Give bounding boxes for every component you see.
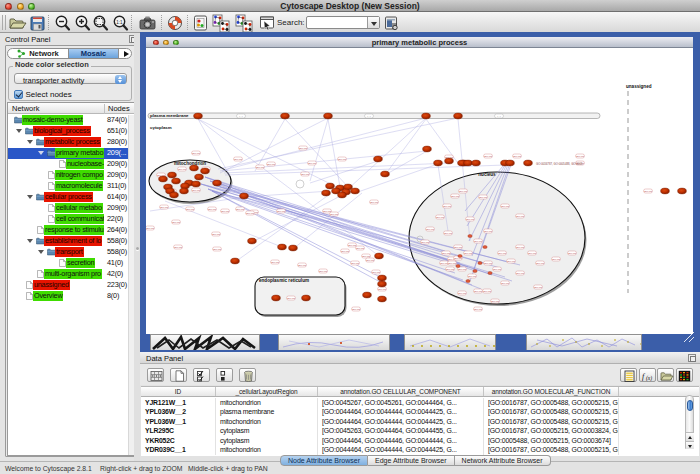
window-resize-grip-icon[interactable]: [681, 331, 695, 343]
network-node[interactable]: [195, 174, 204, 180]
snapshot-camera-icon[interactable]: [138, 14, 157, 32]
network-node[interactable]: [678, 188, 687, 194]
tab-mosaic[interactable]: Mosaic: [68, 49, 119, 58]
search-dropdown-arrow[interactable]: [367, 17, 379, 28]
tree-row[interactable]: transport558(0): [8, 247, 134, 258]
network-node[interactable]: [194, 113, 203, 119]
column-header[interactable]: annotation.GO CELLULAR_COMPONENT: [318, 387, 484, 396]
table-row[interactable]: YPL036W__2plasma membrane[GO:0044464, GO…: [141, 407, 699, 417]
dropdown-stepper-icon[interactable]: [115, 75, 126, 84]
column-header[interactable]: annotation.GO MOLECULAR_FUNCTION: [484, 387, 619, 396]
tree-row[interactable]: response to stimulu264(0): [8, 225, 134, 236]
column-pair-icon[interactable]: [216, 368, 233, 382]
select-attributes-icon[interactable]: [193, 368, 210, 382]
tab-node-attribute-browser[interactable]: Node Attribute Browser: [280, 455, 368, 466]
expand-triangle-icon[interactable]: [27, 239, 33, 243]
network-window[interactable]: primary metabolic process plasma membran…: [146, 37, 693, 334]
network-node[interactable]: [159, 176, 168, 182]
open-folder-icon[interactable]: [8, 14, 27, 32]
network-node[interactable]: [272, 295, 281, 301]
network-node[interactable]: [423, 146, 432, 152]
annotate-icon[interactable]: [259, 14, 275, 32]
zoom-fit-icon[interactable]: [92, 14, 109, 32]
clipboard-list-icon[interactable]: [620, 368, 637, 382]
node-color-dropdown[interactable]: transporter activity: [14, 73, 127, 84]
zoom-actual-icon[interactable]: 1:1: [112, 14, 129, 32]
zoom-in-icon[interactable]: [74, 14, 91, 32]
compartment-nucleus[interactable]: [409, 172, 585, 304]
tree-row[interactable]: cellular metabo209(0): [8, 203, 134, 214]
tree-row[interactable]: metabolic process280(0): [8, 137, 134, 148]
network-node[interactable]: [172, 178, 181, 184]
network-node[interactable]: [168, 172, 177, 178]
tree-row[interactable]: primary metabo209(...: [8, 148, 134, 159]
column-header[interactable]: _cellularLayoutRegion: [216, 387, 318, 396]
network-node[interactable]: [170, 192, 179, 198]
network-canvas[interactable]: plasma membranecytoplasmmitochondrionnuc…: [146, 48, 693, 334]
expand-triangle-icon[interactable]: [38, 250, 44, 254]
data-panel-float-icon[interactable]: [688, 354, 696, 362]
tree-row[interactable]: Overview8(0): [8, 291, 134, 302]
search-options-icon[interactable]: [384, 14, 399, 32]
tab-overflow-arrow[interactable]: [119, 49, 131, 58]
network-node[interactable]: [472, 160, 481, 166]
tree-row[interactable]: biological_process651(0): [8, 126, 134, 137]
network-node[interactable]: [524, 160, 533, 166]
tab-edge-attribute-browser[interactable]: Edge Attribute Browser: [368, 455, 455, 466]
network-node[interactable]: [324, 113, 333, 119]
data-panel-titlebar[interactable]: Data Panel: [140, 352, 700, 364]
network-node[interactable]: [445, 158, 454, 164]
network-node[interactable]: [464, 160, 473, 166]
network-node[interactable]: [422, 113, 431, 119]
mosaic-doc-icon[interactable]: [193, 14, 208, 32]
background-window-faint-net[interactable]: [278, 334, 390, 350]
help-lifering-icon[interactable]: [167, 14, 183, 32]
network-node[interactable]: [506, 160, 515, 166]
scrollbar-down-icon[interactable]: [686, 441, 694, 450]
tree-row[interactable]: nucleobase-209(0): [8, 159, 134, 170]
network-node[interactable]: [378, 296, 387, 302]
network-node[interactable]: [378, 281, 387, 287]
tree-row[interactable]: macromolecule311(0): [8, 181, 134, 192]
network-node[interactable]: [213, 180, 222, 186]
tree-row[interactable]: mosaic-demo-yeast874(0): [8, 115, 134, 126]
network-window-titlebar[interactable]: primary metabolic process: [146, 37, 693, 48]
tree-row[interactable]: nitrogen compo209(0): [8, 170, 134, 181]
network-node[interactable]: [375, 253, 384, 259]
expand-triangle-icon[interactable]: [27, 195, 33, 199]
tab-network-attribute-browser[interactable]: Network Attribute Browser: [455, 455, 551, 466]
tree-row[interactable]: establishment of lo558(0): [8, 236, 134, 247]
search-input[interactable]: [306, 16, 380, 29]
zoom-out-icon[interactable]: [54, 14, 71, 32]
network-node[interactable]: [240, 193, 249, 199]
tree-row[interactable]: multi-organism pro42(0): [8, 269, 134, 280]
network-node[interactable]: [322, 190, 331, 196]
network-node[interactable]: [363, 292, 372, 298]
function-fx-icon[interactable]: f(x): [639, 368, 656, 382]
tree-row[interactable]: secretion41(0): [8, 258, 134, 269]
tree-row[interactable]: unassigned223(0): [8, 280, 134, 291]
network-node[interactable]: [326, 183, 335, 189]
new-document-icon[interactable]: [170, 368, 187, 382]
data-panel-scrollbar[interactable]: [685, 395, 694, 449]
network-node[interactable]: [454, 113, 463, 119]
compartment-plasma-membrane[interactable]: [148, 113, 600, 119]
tab-network[interactable]: Network: [8, 49, 68, 58]
table-row[interactable]: YDR039C__1mitochondrion[GO:0044464, GO:0…: [141, 445, 699, 455]
tree-row[interactable]: cell communicat22(0): [8, 214, 134, 225]
copy-network-icon[interactable]: [235, 14, 253, 32]
delete-trash-icon[interactable]: [239, 368, 256, 382]
column-header[interactable]: ID: [141, 387, 216, 396]
network-node[interactable]: [289, 245, 298, 251]
network-node[interactable]: [338, 192, 347, 198]
background-window-scribble-net[interactable]: [526, 334, 642, 350]
toolbar-drag-handle[interactable]: [2, 15, 6, 30]
table-row[interactable]: YJR121W__1mitochondrion[GO:0045267, GO:0…: [141, 398, 699, 408]
expand-triangle-icon[interactable]: [38, 151, 44, 155]
network-node[interactable]: [378, 275, 387, 281]
window-titlebar[interactable]: Cytoscape Desktop (New Session): [0, 0, 700, 12]
open-folder-icon[interactable]: [657, 368, 674, 382]
background-window-dark-net[interactable]: [150, 334, 260, 350]
network-node[interactable]: [231, 258, 240, 264]
tree-row[interactable]: cellular process614(0): [8, 192, 134, 203]
